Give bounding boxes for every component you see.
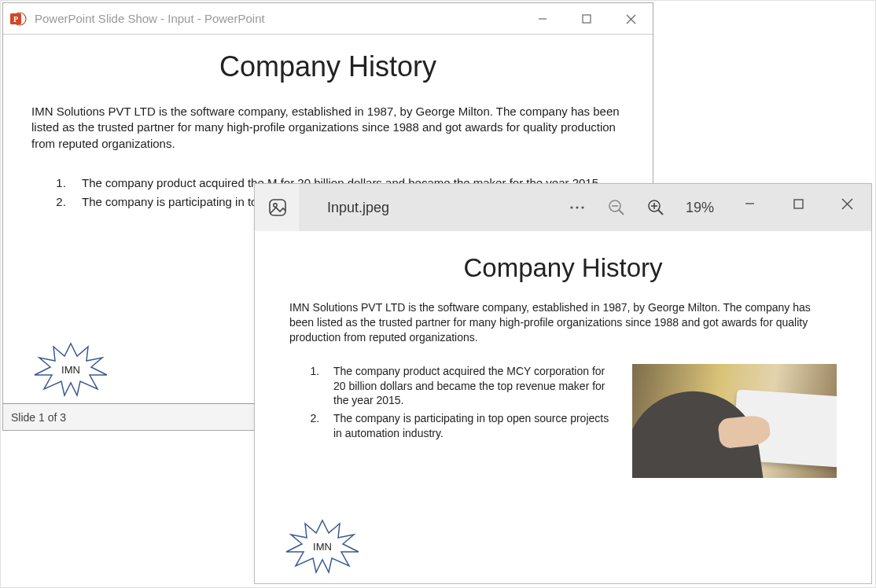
viewer-filename: Input.jpeg: [327, 200, 389, 216]
slide-image: [632, 364, 837, 478]
zoom-percentage: 19%: [686, 200, 714, 216]
viewer-content[interactable]: Company History IMN Solutions PVT LTD is…: [255, 231, 871, 583]
svg-rect-21: [794, 200, 803, 208]
image-viewer-window: Input.jpeg 19% Company: [254, 183, 872, 584]
svg-text:P: P: [13, 15, 18, 24]
viewer-slide-title: Company History: [289, 253, 837, 283]
svg-point-11: [576, 206, 578, 208]
viewer-slide-list: The company product acquired the MCY cor…: [289, 364, 620, 478]
imn-explosion-badge: IMN: [283, 519, 362, 574]
zoom-in-icon[interactable]: [646, 198, 665, 217]
slide-paragraph: IMN Solutions PVT LTD is the software co…: [31, 104, 624, 152]
powerpoint-app-icon: P: [9, 10, 27, 28]
svg-line-17: [658, 210, 663, 215]
powerpoint-titlebar[interactable]: P PowerPoint Slide Show - Input - PowerP…: [3, 3, 653, 35]
zoom-out-icon[interactable]: [607, 198, 626, 217]
imn-badge-label: IMN: [31, 342, 110, 397]
more-icon[interactable]: [568, 198, 587, 217]
svg-point-9: [273, 204, 276, 207]
viewer-slide-paragraph: IMN Solutions PVT LTD is the software co…: [289, 300, 837, 345]
slide-counter: Slide 1 of 3: [11, 411, 66, 424]
window-controls: [521, 3, 653, 35]
close-button[interactable]: [609, 3, 653, 35]
svg-point-12: [581, 206, 583, 208]
viewer-window-controls: [725, 184, 871, 231]
close-button[interactable]: [823, 184, 871, 223]
svg-point-10: [570, 206, 572, 208]
svg-rect-4: [583, 15, 591, 23]
svg-line-14: [619, 210, 624, 215]
list-item: The company product acquired the MCY cor…: [322, 364, 620, 409]
minimize-button[interactable]: [725, 184, 774, 223]
minimize-button[interactable]: [521, 3, 565, 35]
powerpoint-title-text: PowerPoint Slide Show - Input - PowerPoi…: [35, 12, 265, 25]
imn-explosion-badge: IMN: [31, 342, 110, 397]
maximize-button[interactable]: [565, 3, 609, 35]
slide-title: Company History: [31, 50, 624, 83]
viewer-toolbar[interactable]: Input.jpeg 19%: [255, 184, 871, 231]
viewer-app-icon[interactable]: [255, 184, 300, 231]
viewer-zoom-controls: 19%: [568, 184, 714, 231]
imn-badge-label: IMN: [283, 519, 362, 574]
maximize-button[interactable]: [774, 184, 823, 223]
list-item: The company is participating in top open…: [322, 411, 620, 441]
